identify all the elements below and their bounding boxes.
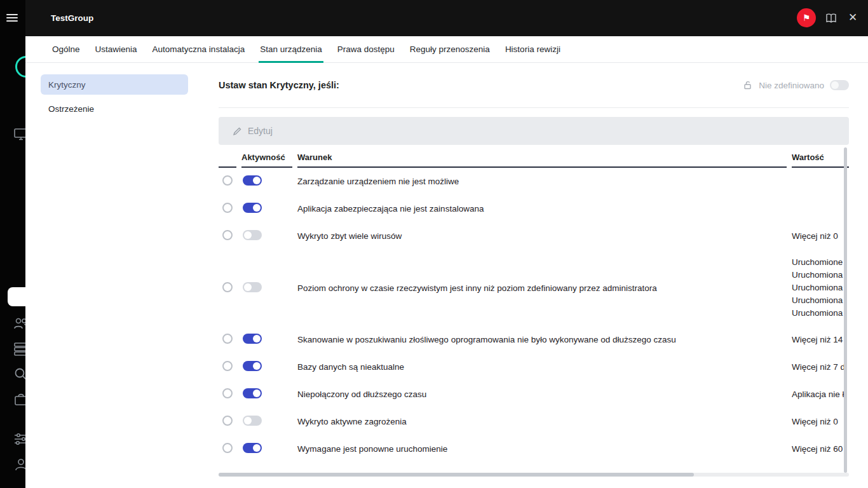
conditions-table: Aktywność Warunek Wartość Zarządzanie ur… <box>219 152 849 463</box>
settings-sliders-icon[interactable] <box>13 431 25 447</box>
activity-toggle[interactable] <box>243 388 262 398</box>
table-row: Wykryto aktywne zagrożeniaWięcej niż 0 <box>219 408 849 435</box>
tab-1[interactable]: Ustawienia <box>94 36 139 62</box>
tab-6[interactable]: Historia rewizji <box>504 36 562 62</box>
state-item-0[interactable]: Krytyczny <box>41 74 188 95</box>
state-item-1[interactable]: Ostrzeżenie <box>41 98 188 119</box>
tab-bar: OgólneUstawieniaAutomatyczna instalacjaS… <box>25 36 868 63</box>
value-text: Więcej niż 0 <box>792 417 849 426</box>
tab-3[interactable]: Stan urządzenia <box>259 36 323 62</box>
undefined-toggle[interactable] <box>830 80 849 90</box>
activity-toggle[interactable] <box>243 282 262 292</box>
heading-row: Ustaw stan Krytyczny, jeśli: Nie zdefini… <box>219 63 849 108</box>
row-radio-button[interactable] <box>222 282 233 292</box>
state-list-panel: KrytycznyOstrzeżenie <box>25 63 219 488</box>
row-radio-button[interactable] <box>222 443 233 453</box>
row-radio-button[interactable] <box>222 361 233 371</box>
table-row: Aplikacja zabezpieczająca nie jest zains… <box>219 195 849 222</box>
selected-nav-pill[interactable] <box>8 287 25 306</box>
help-book-icon[interactable] <box>825 12 837 25</box>
value-column-header: Wartość <box>792 152 849 168</box>
table-row: Wymagane jest ponowne uruchomienieWięcej… <box>219 435 849 463</box>
activity-toggle[interactable] <box>243 175 262 186</box>
repositories-icon[interactable] <box>13 341 25 357</box>
tab-0[interactable]: Ogólne <box>51 36 81 62</box>
account-icon[interactable] <box>13 456 25 473</box>
activity-toggle[interactable] <box>243 334 262 344</box>
table-row: Zarządzanie urządzeniem nie jest możliwe <box>219 168 849 195</box>
condition-text: Poziom ochrony w czasie rzeczywistym jes… <box>297 283 787 293</box>
devices-icon[interactable] <box>13 126 25 142</box>
value-text: Więcej niż 60 <box>792 444 849 454</box>
table-row: Bazy danych są nieaktualneWięcej niż 7 d <box>219 353 849 381</box>
marketplace-icon[interactable] <box>13 391 25 408</box>
group-title: TestGroup <box>51 0 93 36</box>
page-title: Ustaw stan Krytyczny, jeśli: <box>219 80 339 90</box>
close-icon[interactable]: ✕ <box>846 9 860 27</box>
search-icon[interactable] <box>13 366 25 383</box>
tab-4[interactable]: Prawa dostępu <box>336 36 396 62</box>
value-text: Aplikacja nie ł <box>792 390 849 399</box>
horizontal-scrollbar-track <box>219 473 849 477</box>
activity-column-header: Aktywność <box>241 152 292 168</box>
row-radio-button[interactable] <box>222 203 233 213</box>
condition-text: Aplikacja zabezpieczająca nie jest zains… <box>297 204 787 214</box>
menu-icon[interactable] <box>6 14 18 22</box>
condition-text: Skanowanie w poszukiwaniu złośliwego opr… <box>297 335 787 344</box>
tab-2[interactable]: Automatyczna instalacja <box>151 36 247 62</box>
activity-toggle[interactable] <box>243 203 262 213</box>
condition-text: Wymagane jest ponowne uruchomienie <box>297 444 787 454</box>
app-logo-icon[interactable] <box>15 56 25 78</box>
value-text: Więcej niż 14 <box>792 335 849 344</box>
table-row: Skanowanie w poszukiwaniu złośliwego opr… <box>219 326 849 353</box>
table-row: Wykryto zbyt wiele wirusówWięcej niż 0 <box>219 222 849 250</box>
value-text: UruchomioneUruchomionaUruchomionaUruchom… <box>792 256 849 320</box>
table-body: Zarządzanie urządzeniem nie jest możliwe… <box>219 168 849 463</box>
condition-text: Wykryto zbyt wiele wirusów <box>297 231 787 241</box>
top-bar: TestGroup ⚑ ✕ <box>0 0 868 36</box>
pencil-icon <box>233 126 242 136</box>
table-row: Poziom ochrony w czasie rzeczywistym jes… <box>219 250 849 326</box>
edit-button[interactable]: Edytuj <box>219 117 849 145</box>
value-text: Więcej niż 0 <box>792 231 849 241</box>
left-nav-strip <box>0 0 25 488</box>
table-row: Niepołączony od dłuższego czasuAplikacja… <box>219 381 849 408</box>
row-radio-button[interactable] <box>222 416 233 426</box>
vertical-scrollbar[interactable] <box>844 147 847 473</box>
activity-toggle[interactable] <box>243 230 262 240</box>
table-header: Aktywność Warunek Wartość <box>219 152 849 168</box>
radio-column-header <box>219 162 236 168</box>
condition-text: Bazy danych są nieaktualne <box>297 362 787 372</box>
row-radio-button[interactable] <box>222 230 233 240</box>
activity-toggle[interactable] <box>243 361 262 371</box>
row-radio-button[interactable] <box>222 334 233 344</box>
condition-text: Zarządzanie urządzeniem nie jest możliwe <box>297 177 787 186</box>
unlock-icon <box>743 80 753 90</box>
activity-toggle[interactable] <box>243 416 262 426</box>
row-radio-button[interactable] <box>222 388 233 398</box>
condition-text: Niepołączony od dłuższego czasu <box>297 390 787 399</box>
tab-5[interactable]: Reguły przenoszenia <box>409 36 491 62</box>
value-text: Więcej niż 7 d <box>792 362 849 372</box>
undefined-control: Nie zdefiniowano <box>743 80 849 90</box>
condition-text: Wykryto aktywne zagrożenia <box>297 417 787 426</box>
edit-button-label: Edytuj <box>248 126 273 136</box>
main-content: Ustaw stan Krytyczny, jeśli: Nie zdefini… <box>219 63 849 488</box>
row-radio-button[interactable] <box>222 175 233 186</box>
activity-toggle[interactable] <box>243 443 262 453</box>
condition-column-header: Warunek <box>297 152 787 168</box>
undefined-label: Nie zdefiniowano <box>759 81 824 90</box>
horizontal-scrollbar-thumb[interactable] <box>219 473 694 477</box>
users-icon[interactable] <box>13 315 25 332</box>
license-flag-icon[interactable]: ⚑ <box>797 8 816 27</box>
